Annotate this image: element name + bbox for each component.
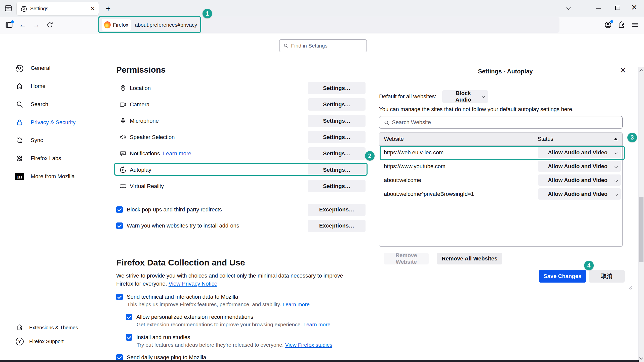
extensions-puzzle-icon[interactable] [616,20,626,30]
cancel-button[interactable]: 取消 [589,270,625,283]
sidebar-label: More from Mozilla [31,173,75,180]
checkbox-checked-icon[interactable] [126,314,132,320]
website-cell: about:welcome^privateBrowsingId=1 [379,191,538,197]
camera-settings-button[interactable]: Settings… [308,98,366,111]
extension-recommendations-desc: Get extension recommendations to improve… [137,322,330,328]
permission-label: Microphone [130,118,159,124]
resize-grip-icon[interactable] [627,284,633,290]
url-text[interactable]: about:preferences#privacy [135,17,197,33]
table-row[interactable]: about:welcome Allow Audio and Video [379,173,622,187]
location-settings-button[interactable]: Settings… [308,82,366,94]
table-row[interactable]: https://web.eu.v-iec.com Allow Audio and… [379,146,622,159]
vr-settings-button[interactable]: Settings… [308,180,366,192]
sidebar-item-firefox-labs[interactable]: Firefox Labs [15,152,61,164]
back-icon[interactable]: ← [18,20,28,30]
sidebar-item-firefox-support[interactable]: ? Firefox Support [15,335,64,347]
chevron-down-icon [615,179,618,182]
sidebar-label: Extensions & Themes [29,325,78,331]
sidebar-item-privacy-security[interactable]: Privacy & Security [15,116,76,128]
sidebar-item-search[interactable]: Search [15,98,48,110]
checkbox-checked-icon[interactable] [116,294,123,300]
microphone-icon [119,117,127,125]
scroll-down-icon[interactable] [639,356,643,360]
search-website-input[interactable] [379,116,623,129]
default-setting-dropdown[interactable]: Block Audio [442,90,488,103]
status-dropdown[interactable]: Allow Audio and Video [538,188,621,200]
popup-blocker-row: Block pop-ups and third-party redirects … [116,203,367,216]
firefox-view-icon[interactable] [4,4,13,13]
window-restore-button[interactable] [615,6,620,10]
status-dropdown[interactable]: Allow Audio and Video [538,174,621,186]
checkbox-checked-icon[interactable] [116,206,123,213]
autoplay-sites-table: Website Status https://web.eu.v-iec.com … [379,132,623,247]
remove-all-websites-button[interactable]: Remove All Websites [437,253,502,264]
home-icon [15,82,24,91]
reload-icon[interactable] [45,20,55,30]
annotation-badge-4: 4 [584,261,594,270]
notifications-settings-button[interactable]: Settings… [308,147,366,160]
tab-close-icon[interactable]: × [91,5,95,12]
window-close-button[interactable]: × [631,2,637,13]
firefox-logo-icon [104,21,111,28]
identity-chip-label: Firefox [113,22,128,28]
scroll-up-icon[interactable] [639,69,643,73]
identity-chip[interactable]: Firefox [102,19,131,31]
checkbox-label: Block pop-ups and third-party redirects [127,206,222,213]
microphone-settings-button[interactable]: Settings… [308,115,366,127]
permission-label: Camera [130,101,149,108]
table-row[interactable]: https://www.youtube.com Allow Audio and … [379,159,622,173]
notifications-learn-more-link[interactable]: Learn more [163,150,191,157]
speaker-settings-button[interactable]: Settings… [308,131,366,143]
sidebar-item-general[interactable]: General [15,62,50,74]
technical-data-learn-more-link[interactable]: Learn more [283,301,309,307]
checkbox-label: Warn you when websites try to install ad… [127,222,239,229]
autoplay-dialog: Settings - Autoplay × Default for all we… [372,33,639,362]
checkbox-checked-icon[interactable] [126,334,132,341]
table-row[interactable]: about:welcome^privateBrowsingId=1 Allow … [379,187,622,201]
status-column-header[interactable]: Status [534,135,622,143]
permissions-heading: Permissions [116,65,166,75]
recommendations-learn-more-link[interactable]: Learn more [303,322,330,327]
sidebar-item-extensions-themes[interactable]: Extensions & Themes [15,322,78,334]
sync-icon [15,136,24,145]
status-dropdown[interactable]: Allow Audio and Video [538,161,621,172]
sidebar-label: Privacy & Security [31,119,76,126]
section-divider [116,246,367,246]
popup-exceptions-button[interactable]: Exceptions… [308,204,366,216]
page-scrollbar[interactable] [638,67,644,362]
tab-bar: Settings × + × [0,0,644,17]
addon-warn-row: Warn you when websites try to install ad… [116,219,367,232]
remove-website-button[interactable]: Remove Website [384,253,429,264]
view-privacy-notice-link[interactable]: View Privacy Notice [169,281,217,287]
tab-settings[interactable]: Settings × [17,2,99,15]
gear-icon [15,64,24,73]
sidebar-item-more-from-mozilla[interactable]: m More from Mozilla [15,170,75,183]
view-firefox-studies-link[interactable]: View Firefox studies [285,342,332,348]
autoplay-settings-button[interactable]: Settings… [308,164,366,176]
addon-exceptions-button[interactable]: Exceptions… [308,220,366,232]
status-dropdown[interactable]: Allow Audio and Video [538,147,621,158]
new-tab-button[interactable]: + [103,3,114,14]
save-changes-button[interactable]: Save Changes [539,270,586,283]
chevron-down-icon [615,165,618,168]
window-minimize-button[interactable] [596,8,601,9]
sidebar-item-sync[interactable]: Sync [15,134,43,146]
table-header: Website Status [379,133,622,146]
location-pin-icon [119,84,127,92]
scrollbar-thumb[interactable] [639,197,643,262]
dialog-close-icon[interactable]: × [620,65,626,76]
list-all-tabs-icon[interactable] [564,5,574,12]
permission-row-microphone: Microphone Settings… [116,113,367,129]
autoplay-icon [119,166,127,174]
menu-hamburger-icon[interactable] [630,20,640,30]
website-column-header[interactable]: Website [379,136,534,142]
dropdown-value: Block Audio [447,90,479,103]
navigation-toolbar: ← → ☆ Firefox about:preferences#privacy [0,17,644,33]
sidebar-toggle-icon[interactable] [4,20,14,30]
sidebar-item-home[interactable]: Home [15,80,46,92]
checkbox-checked-icon[interactable] [116,222,123,229]
account-icon[interactable] [603,20,613,30]
data-collection-heading: Firefox Data Collection and Use [116,258,245,267]
dialog-title-divider [372,78,639,78]
find-in-settings-input[interactable] [279,39,367,52]
